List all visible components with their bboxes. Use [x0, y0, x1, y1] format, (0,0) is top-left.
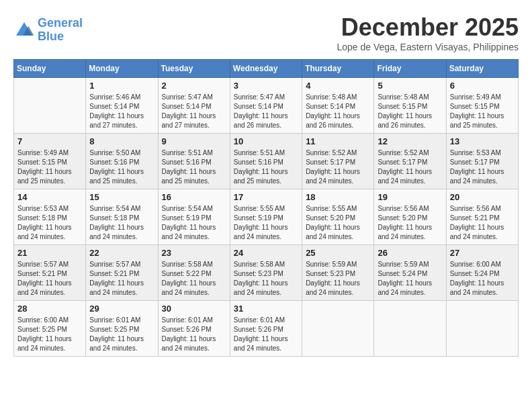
logo-line1: General [38, 16, 83, 30]
calendar-cell [302, 301, 374, 357]
sunset-text: Sunset: 5:17 PM [306, 158, 370, 167]
sunset-text: Sunset: 5:20 PM [378, 214, 442, 223]
calendar-cell: 14Sunrise: 5:53 AMSunset: 5:18 PMDayligh… [14, 189, 86, 245]
day-number: 9 [162, 136, 226, 146]
sunset-text: Sunset: 5:23 PM [234, 269, 298, 279]
page-header: General Blue December 2025 Lope de Vega,… [13, 13, 519, 52]
sunrise-text: Sunrise: 6:00 AM [17, 316, 82, 325]
daylight-text: Daylight: 11 hours and 24 minutes. [378, 223, 442, 242]
day-number: 17 [234, 192, 298, 202]
day-number: 25 [306, 248, 370, 258]
sunrise-text: Sunrise: 6:01 AM [234, 316, 298, 325]
day-number: 21 [17, 248, 82, 258]
logo-icon [13, 19, 35, 41]
day-number: 16 [162, 192, 226, 202]
day-number: 4 [306, 81, 370, 91]
calendar-cell: 7Sunrise: 5:49 AMSunset: 5:15 PMDaylight… [14, 134, 86, 189]
sunrise-text: Sunrise: 5:58 AM [234, 260, 298, 269]
day-info: Sunrise: 5:58 AMSunset: 5:22 PMDaylight:… [162, 260, 226, 298]
calendar-cell: 13Sunrise: 5:53 AMSunset: 5:17 PMDayligh… [446, 134, 518, 189]
calendar-cell: 6Sunrise: 5:49 AMSunset: 5:15 PMDaylight… [446, 78, 518, 134]
daylight-text: Daylight: 11 hours and 25 minutes. [17, 167, 82, 186]
sunrise-text: Sunrise: 5:54 AM [89, 204, 154, 214]
sunrise-text: Sunrise: 5:57 AM [17, 260, 82, 269]
calendar-cell: 1Sunrise: 5:46 AMSunset: 5:14 PMDaylight… [86, 78, 158, 134]
sunset-text: Sunset: 5:22 PM [162, 269, 226, 279]
day-info: Sunrise: 6:00 AMSunset: 5:24 PMDaylight:… [450, 260, 515, 298]
daylight-text: Daylight: 11 hours and 25 minutes. [450, 111, 515, 130]
sunrise-text: Sunrise: 5:53 AM [17, 204, 82, 214]
day-info: Sunrise: 6:01 AMSunset: 5:26 PMDaylight:… [162, 316, 226, 353]
week-row-5: 28Sunrise: 6:00 AMSunset: 5:25 PMDayligh… [14, 301, 519, 357]
day-info: Sunrise: 5:50 AMSunset: 5:16 PMDaylight:… [89, 148, 154, 186]
day-info: Sunrise: 5:59 AMSunset: 5:24 PMDaylight:… [378, 260, 442, 298]
daylight-text: Daylight: 11 hours and 24 minutes. [162, 279, 226, 298]
day-info: Sunrise: 5:58 AMSunset: 5:23 PMDaylight:… [234, 260, 298, 298]
daylight-text: Daylight: 11 hours and 24 minutes. [234, 223, 298, 242]
sunrise-text: Sunrise: 5:59 AM [378, 260, 442, 269]
sunset-text: Sunset: 5:23 PM [306, 269, 370, 279]
day-info: Sunrise: 6:01 AMSunset: 5:26 PMDaylight:… [234, 316, 298, 353]
sunrise-text: Sunrise: 5:55 AM [306, 204, 370, 214]
day-number: 7 [17, 136, 82, 146]
week-row-1: 1Sunrise: 5:46 AMSunset: 5:14 PMDaylight… [14, 78, 519, 134]
day-info: Sunrise: 5:52 AMSunset: 5:17 PMDaylight:… [378, 148, 442, 186]
day-number: 28 [17, 304, 82, 314]
calendar-cell: 24Sunrise: 5:58 AMSunset: 5:23 PMDayligh… [230, 245, 302, 301]
daylight-text: Daylight: 11 hours and 26 minutes. [378, 111, 442, 130]
month-title: December 2025 [337, 13, 519, 42]
day-number: 2 [162, 81, 226, 91]
sunset-text: Sunset: 5:15 PM [17, 158, 82, 167]
calendar-cell: 28Sunrise: 6:00 AMSunset: 5:25 PMDayligh… [14, 301, 86, 357]
sunrise-text: Sunrise: 5:46 AM [89, 93, 154, 102]
day-info: Sunrise: 5:56 AMSunset: 5:20 PMDaylight:… [378, 204, 442, 242]
sunset-text: Sunset: 5:21 PM [17, 269, 82, 279]
daylight-text: Daylight: 11 hours and 24 minutes. [450, 167, 515, 186]
day-info: Sunrise: 5:51 AMSunset: 5:16 PMDaylight:… [234, 148, 298, 186]
location: Lope de Vega, Eastern Visayas, Philippin… [337, 42, 519, 52]
sunrise-text: Sunrise: 5:47 AM [162, 93, 226, 102]
calendar-cell: 23Sunrise: 5:58 AMSunset: 5:22 PMDayligh… [158, 245, 230, 301]
day-number: 29 [89, 304, 154, 314]
day-info: Sunrise: 5:49 AMSunset: 5:15 PMDaylight:… [17, 148, 82, 186]
sunrise-text: Sunrise: 5:56 AM [450, 204, 515, 214]
daylight-text: Daylight: 11 hours and 24 minutes. [306, 279, 370, 298]
day-number: 31 [234, 304, 298, 314]
calendar-cell: 22Sunrise: 5:57 AMSunset: 5:21 PMDayligh… [86, 245, 158, 301]
day-number: 22 [89, 248, 154, 258]
calendar-cell: 19Sunrise: 5:56 AMSunset: 5:20 PMDayligh… [374, 189, 446, 245]
day-header-wednesday: Wednesday [230, 60, 302, 78]
day-number: 19 [378, 192, 442, 202]
day-number: 26 [378, 248, 442, 258]
daylight-text: Daylight: 11 hours and 24 minutes. [234, 334, 298, 353]
day-info: Sunrise: 6:01 AMSunset: 5:25 PMDaylight:… [89, 316, 154, 353]
sunrise-text: Sunrise: 5:48 AM [306, 93, 370, 102]
sunset-text: Sunset: 5:26 PM [234, 325, 298, 334]
calendar-cell [14, 78, 86, 134]
day-number: 30 [162, 304, 226, 314]
sunset-text: Sunset: 5:15 PM [378, 102, 442, 111]
sunrise-text: Sunrise: 5:49 AM [450, 93, 515, 102]
calendar-cell: 25Sunrise: 5:59 AMSunset: 5:23 PMDayligh… [302, 245, 374, 301]
day-number: 10 [234, 136, 298, 146]
daylight-text: Daylight: 11 hours and 24 minutes. [162, 223, 226, 242]
sunrise-text: Sunrise: 5:56 AM [378, 204, 442, 214]
daylight-text: Daylight: 11 hours and 24 minutes. [17, 279, 82, 298]
sunrise-text: Sunrise: 5:52 AM [306, 148, 370, 158]
sunset-text: Sunset: 5:17 PM [450, 158, 515, 167]
sunrise-text: Sunrise: 5:53 AM [450, 148, 515, 158]
day-number: 23 [162, 248, 226, 258]
day-number: 11 [306, 136, 370, 146]
day-info: Sunrise: 5:55 AMSunset: 5:20 PMDaylight:… [306, 204, 370, 242]
day-header-monday: Monday [86, 60, 158, 78]
day-number: 12 [378, 136, 442, 146]
sunset-text: Sunset: 5:14 PM [162, 102, 226, 111]
day-info: Sunrise: 5:54 AMSunset: 5:19 PMDaylight:… [162, 204, 226, 242]
calendar-body: 1Sunrise: 5:46 AMSunset: 5:14 PMDaylight… [14, 78, 519, 357]
calendar-cell: 12Sunrise: 5:52 AMSunset: 5:17 PMDayligh… [374, 134, 446, 189]
daylight-text: Daylight: 11 hours and 24 minutes. [450, 223, 515, 242]
daylight-text: Daylight: 11 hours and 24 minutes. [234, 279, 298, 298]
day-info: Sunrise: 5:47 AMSunset: 5:14 PMDaylight:… [162, 93, 226, 130]
sunrise-text: Sunrise: 5:55 AM [234, 204, 298, 214]
sunset-text: Sunset: 5:25 PM [89, 325, 154, 334]
